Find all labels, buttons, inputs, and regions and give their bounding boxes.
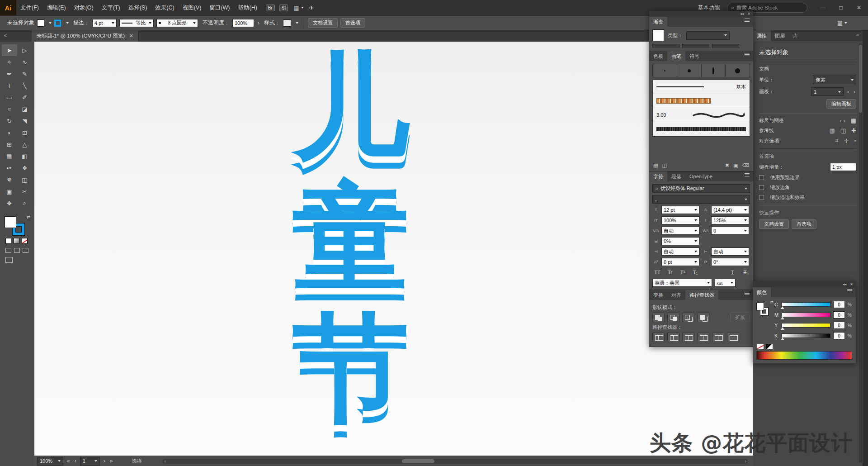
brush-5pt-round[interactable] <box>726 64 750 77</box>
selection-tool[interactable]: ➤ <box>2 44 17 56</box>
none-color-icon[interactable] <box>756 343 764 349</box>
chevron-down-icon[interactable] <box>49 22 52 24</box>
zoom-tool[interactable]: ⌕ <box>17 197 33 209</box>
gradient-swatch[interactable] <box>652 29 664 41</box>
artboard-dropdown[interactable]: 1 <box>811 87 844 96</box>
last-artboard-icon[interactable]: » <box>109 458 114 464</box>
brush-basic[interactable]: 基本 <box>653 80 750 94</box>
divide-icon[interactable] <box>652 333 665 342</box>
panel-menu-icon[interactable] <box>745 173 750 174</box>
swap-fill-stroke-icon[interactable]: ⇄ <box>27 214 30 219</box>
smart-guides-icon[interactable]: ✚ <box>851 127 856 134</box>
slider-thumb[interactable] <box>781 338 784 340</box>
minus-back-icon[interactable] <box>727 333 739 342</box>
tab-color[interactable]: 颜色 <box>753 287 771 297</box>
pen-tool[interactable]: ✒ <box>2 68 17 80</box>
merge-icon[interactable] <box>682 333 694 342</box>
shape-builder-tool[interactable]: ⊞ <box>2 138 17 150</box>
intersect-icon[interactable] <box>682 313 694 322</box>
fill-color-chip[interactable] <box>5 216 16 228</box>
stroke-weight-field[interactable]: 4 pt <box>92 19 117 27</box>
document-setup-button[interactable]: 文档设置 <box>308 18 338 28</box>
remove-brush-stroke-icon[interactable]: ✖ <box>725 162 729 168</box>
first-artboard-icon[interactable]: « <box>66 458 71 464</box>
black-slider[interactable] <box>782 333 830 338</box>
close-button[interactable]: ✕ <box>850 0 868 15</box>
chevron-down-icon[interactable] <box>296 22 298 24</box>
scrollbar-thumb[interactable] <box>859 45 862 113</box>
collapse-dock-icon[interactable]: « <box>856 30 863 41</box>
tsume-field[interactable]: 0% <box>661 237 699 245</box>
magenta-slider[interactable] <box>782 313 830 317</box>
tab-paragraph[interactable]: 段落 <box>667 171 685 181</box>
snap-to-point-icon[interactable]: ✛ <box>844 138 849 144</box>
show-guides-icon[interactable]: ▥ <box>830 127 835 134</box>
keyboard-increment-field[interactable]: 1 px <box>830 163 856 171</box>
magic-wand-tool[interactable]: ✧ <box>2 56 17 68</box>
subscript-button[interactable]: T₁ <box>690 268 700 276</box>
lock-guides-icon[interactable]: ◫ <box>840 127 846 134</box>
horizontal-scrollbar[interactable]: ‹ › <box>162 459 748 464</box>
black-white-icon[interactable] <box>766 343 773 349</box>
dock-scrollbar[interactable] <box>859 43 862 463</box>
bridge-icon[interactable]: Br <box>266 5 275 11</box>
strikethrough-button[interactable]: T <box>740 268 750 276</box>
exclude-icon[interactable] <box>697 313 709 322</box>
close-panel-icon[interactable]: ✕ <box>850 282 853 286</box>
column-graph-tool[interactable]: ◫ <box>17 174 33 185</box>
baseline-shift-field[interactable]: 0 pt <box>661 258 699 266</box>
panel-menu-icon[interactable] <box>745 53 750 53</box>
tab-close-icon[interactable]: ✕ <box>129 33 133 39</box>
aki-left-field[interactable]: 自动 <box>661 247 699 256</box>
menu-edit[interactable]: 编辑(E) <box>43 0 70 15</box>
aki-right-field[interactable]: 自动 <box>711 247 749 256</box>
crop-icon[interactable] <box>697 333 709 342</box>
menu-object[interactable]: 对象(O) <box>70 0 98 15</box>
lasso-tool[interactable]: ∿ <box>17 56 33 68</box>
previous-artboard-icon[interactable]: ‹ <box>74 458 77 464</box>
eraser-tool[interactable]: ◪ <box>17 103 33 115</box>
vertical-scale-field[interactable]: 100% <box>661 216 699 224</box>
minus-front-icon[interactable] <box>667 313 679 322</box>
eyedropper-tool[interactable]: ✑ <box>2 162 17 174</box>
edit-artboards-button[interactable]: 编辑画板 <box>826 99 856 109</box>
draw-normal-icon[interactable] <box>5 248 11 253</box>
scale-corners-checkbox[interactable]: 缩放边角 <box>759 184 856 191</box>
hand-tool[interactable]: ✥ <box>2 197 17 209</box>
document-tab[interactable]: 未标题-1* @ 100% (CMYK/GPU 预览) ✕ <box>32 30 139 42</box>
tab-character[interactable]: 字符 <box>649 171 667 181</box>
quick-document-setup-button[interactable]: 文档设置 <box>759 219 789 229</box>
opacity-field[interactable]: 100% <box>232 19 254 27</box>
tracking-field[interactable]: 0 <box>711 227 749 235</box>
rulers-icon[interactable]: ▭ <box>840 117 845 124</box>
expand-button[interactable]: 扩展 <box>730 313 750 322</box>
width-profile-dropdown[interactable]: 等比 <box>119 19 154 27</box>
new-brush-icon[interactable]: ▣ <box>733 162 738 168</box>
grid-icon[interactable]: ▦ <box>851 117 856 124</box>
close-panel-icon[interactable]: ✕ <box>747 12 750 16</box>
brush-calligraphic[interactable] <box>702 64 726 77</box>
artboard-nav-dropdown[interactable]: 1 <box>80 457 100 466</box>
canvas[interactable]: 儿 童 节 <box>34 42 753 456</box>
line-segment-tool[interactable]: ╲ <box>17 80 33 91</box>
chevron-down-icon[interactable] <box>66 22 69 24</box>
collapse-panels-icon[interactable]: ◂◂ <box>843 282 846 286</box>
draw-inside-icon[interactable] <box>23 248 28 253</box>
font-style-dropdown[interactable]: - <box>652 195 750 204</box>
direct-selection-tool[interactable]: ▷ <box>17 44 33 56</box>
curvature-tool[interactable]: ✎ <box>17 68 33 80</box>
panel-menu-icon[interactable] <box>745 19 750 19</box>
brush-charcoal-3pt[interactable]: 3.00 <box>653 108 750 122</box>
arrange-documents-icon[interactable]: ▦ <box>293 5 299 11</box>
yellow-slider[interactable] <box>782 323 830 328</box>
scrollbar-thumb[interactable] <box>402 459 434 463</box>
cyan-value[interactable]: 0 <box>833 301 845 308</box>
unite-icon[interactable] <box>652 313 665 322</box>
next-artboard-icon[interactable]: › <box>103 458 106 464</box>
type-tool[interactable]: T <box>2 80 17 91</box>
rotate-tool[interactable]: ↻ <box>2 115 17 127</box>
paintbrush-tool[interactable]: ✐ <box>17 91 33 103</box>
shaper-tool[interactable]: ≈ <box>2 103 17 115</box>
screen-mode-icon[interactable] <box>5 257 13 263</box>
snap-to-pixel-icon[interactable]: ▫ <box>854 138 856 144</box>
